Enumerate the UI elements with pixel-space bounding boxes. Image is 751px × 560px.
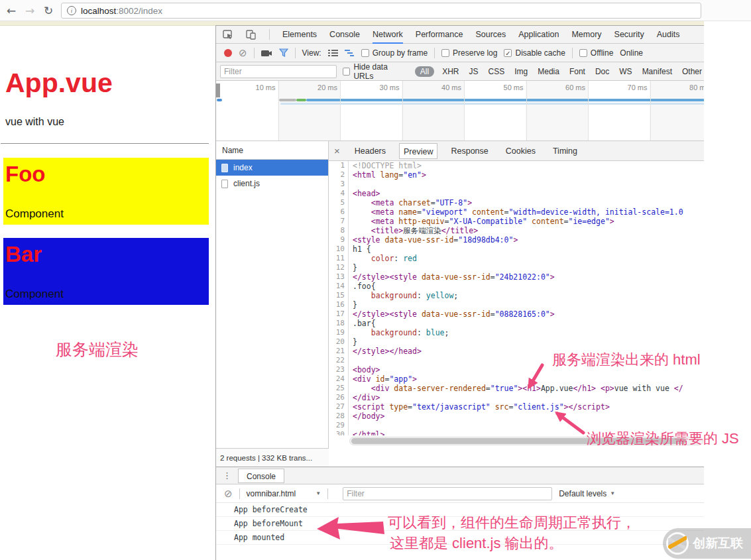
tab-elements[interactable]: Elements [282, 26, 317, 44]
tab-audits[interactable]: Audits [657, 26, 680, 44]
code-text: h1 { [349, 245, 371, 254]
console-filter-input[interactable] [343, 487, 552, 500]
line-number: 22 [329, 356, 349, 365]
forward-icon[interactable]: → [25, 0, 34, 21]
reload-icon[interactable]: ↻ [44, 0, 53, 21]
requests-name-header[interactable]: Name [216, 141, 328, 160]
tab-console[interactable]: Console [238, 469, 284, 483]
code-line: 19 background: blue; [329, 328, 704, 337]
hide-data-urls-check[interactable]: Hide data URLs [343, 62, 409, 81]
detail-tab-preview[interactable]: Preview [399, 143, 437, 159]
code-text: } [349, 337, 357, 347]
clear-console-icon[interactable]: ⊘ [224, 489, 233, 498]
network-filter-input[interactable] [220, 65, 337, 78]
checkbox-label: Preserve log [453, 48, 497, 58]
filter-chip-js[interactable]: JS [467, 66, 481, 77]
url-text: localhost:8002/index [81, 6, 162, 16]
filter-chip-all[interactable]: All [415, 66, 434, 77]
tab-performance[interactable]: Performance [416, 26, 463, 44]
checkbox-box[interactable] [579, 49, 587, 57]
waterfall-waiting-segment [279, 99, 296, 101]
detail-tab-timing[interactable]: Timing [549, 143, 581, 159]
separator [327, 488, 328, 499]
list-view-icon[interactable] [328, 49, 338, 57]
detail-tab-cookies[interactable]: Cookies [502, 143, 540, 159]
tab-console[interactable]: Console [329, 26, 360, 44]
filter-chip-other[interactable]: Other [680, 66, 704, 77]
line-number: 21 [329, 347, 349, 356]
line-number: 13 [329, 272, 349, 282]
page-info-icon[interactable]: i [67, 6, 76, 15]
watermark: 创新互联 [663, 528, 751, 559]
requests-summary: 2 requests | 332 KB trans... [216, 448, 329, 467]
tab-network[interactable]: Network [373, 26, 403, 44]
console-levels-select[interactable]: Default levels ▼ [559, 489, 615, 498]
tab-application[interactable]: Application [518, 26, 559, 44]
filter-chip-ws[interactable]: WS [617, 66, 634, 77]
devtools-tabbar: ElementsConsoleNetworkPerformanceSources… [216, 26, 704, 44]
line-number: 8 [329, 226, 349, 235]
filter-chip-manifest[interactable]: Manifest [640, 66, 674, 77]
online-throttle-select[interactable]: Online [620, 48, 643, 58]
detail-tab-response[interactable]: Response [447, 143, 492, 159]
detail-tab-headers[interactable]: Headers [351, 143, 390, 159]
checkbox-box[interactable] [361, 49, 369, 57]
code-text: color: red [349, 254, 417, 263]
checkbox-box[interactable] [343, 68, 351, 76]
console-context-select[interactable]: vomnibar.html ▼ [247, 489, 321, 498]
inspect-element-icon[interactable] [223, 30, 233, 40]
separator [295, 48, 296, 58]
code-text: <meta charset="UTF-8"> [349, 198, 472, 207]
request-row-client-js[interactable]: client.js [216, 176, 328, 192]
devtools-panel: ElementsConsoleNetworkPerformanceSources… [215, 25, 704, 560]
filter-chip-font[interactable]: Font [567, 66, 587, 77]
filter-chip-img[interactable]: Img [512, 66, 530, 77]
line-number: 23 [329, 365, 349, 374]
tab-sources[interactable]: Sources [475, 26, 506, 44]
request-row-index[interactable]: index [216, 160, 328, 176]
code-text: <div data-server-rendered="true"><h1>App… [349, 384, 683, 393]
tab-memory[interactable]: Memory [571, 26, 601, 44]
checkbox-preserve-log[interactable]: Preserve log [441, 48, 497, 58]
checkbox-box[interactable]: ✓ [504, 49, 512, 57]
filter-chip-css[interactable]: CSS [487, 66, 507, 77]
timeline-handle[interactable] [216, 84, 220, 97]
code-text: background: blue; [349, 328, 449, 337]
filter-chip-xhr[interactable]: XHR [440, 66, 461, 77]
timeline-gridline [340, 81, 341, 141]
timeline-gridline [588, 81, 589, 141]
back-icon[interactable]: ← [7, 0, 16, 21]
device-toolbar-icon[interactable] [246, 30, 257, 40]
watermark-text: 创新互联 [693, 535, 743, 552]
screenshot-camera-icon[interactable] [261, 49, 272, 57]
screenshot-root: ← → ↻ i localhost:8002/index App.vue vue… [0, 0, 751, 560]
code-text: <div id="app"> [349, 374, 417, 384]
code-line: 13</style><style data-vue-ssr-id="24b210… [329, 272, 704, 282]
filter-chip-doc[interactable]: Doc [593, 66, 611, 77]
request-name: client.js [233, 179, 260, 188]
kebab-menu-icon[interactable]: ⋮ [223, 471, 231, 480]
tab-security[interactable]: Security [614, 26, 644, 44]
checkbox-group-by-frame[interactable]: Group by frame [361, 48, 428, 58]
code-line: 14.foo{ [329, 282, 704, 291]
foo-label: Component [5, 207, 64, 221]
network-overview-timeline[interactable]: 10 ms20 ms30 ms40 ms50 ms60 ms70 ms80 ms [216, 81, 704, 141]
timeline-gridline [278, 81, 279, 141]
record-button[interactable] [224, 49, 232, 57]
code-text: <html lang="en"> [349, 170, 426, 180]
checkbox-offline[interactable]: Offline [579, 48, 613, 58]
line-number: 28 [329, 412, 349, 421]
checkbox-disable-cache[interactable]: ✓Disable cache [504, 48, 565, 58]
code-line: 16} [329, 300, 704, 309]
filter-funnel-icon[interactable] [279, 48, 288, 57]
waterfall-view-icon[interactable] [345, 49, 355, 57]
checkbox-box[interactable] [441, 49, 449, 57]
preview-code-pane[interactable]: 1<!DOCTYPE html>2<html lang="en">34<head… [329, 161, 704, 435]
clear-network-icon[interactable]: ⊘ [239, 48, 247, 58]
url-bar[interactable]: i localhost:8002/index [61, 3, 701, 19]
code-text: </div> [349, 393, 380, 402]
divider [1, 143, 209, 144]
separator [572, 48, 573, 58]
filter-chip-media[interactable]: Media [536, 66, 561, 77]
close-icon[interactable]: × [334, 145, 340, 156]
